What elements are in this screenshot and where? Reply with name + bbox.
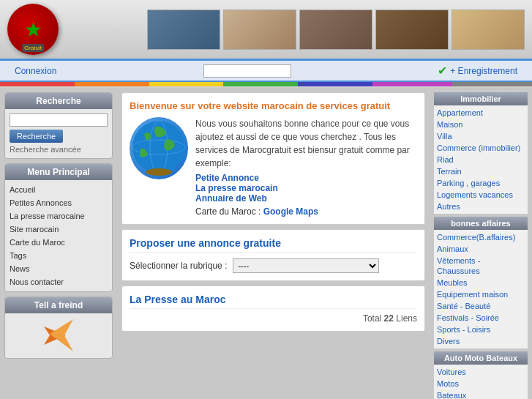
bonnes-affaires-link[interactable]: Divers (437, 337, 460, 346)
total-unit: Liens (396, 313, 417, 324)
immobilier-link[interactable]: Commerce (immobilier) (437, 143, 520, 152)
bonnes-affaires-link[interactable]: Commerce(B.affaires) (437, 233, 515, 242)
tell-friend-box: Tell a freind (4, 297, 113, 359)
menu-link[interactable]: Site marocain (10, 225, 59, 234)
propose-title: Proposer une annonce gratuite (130, 237, 417, 253)
propose-box: Proposer une annonce gratuite Sélectionn… (121, 229, 425, 281)
advanced-search-link[interactable]: Recherche avancée (10, 145, 108, 154)
rubrique-row: Sélectionner la rubrique : ---- (130, 258, 417, 273)
list-item: Santé - Beauté (437, 300, 525, 312)
service-link-2[interactable]: La presse marocain (195, 183, 417, 193)
list-item: Commerce (immobilier) (437, 142, 525, 154)
menu-link[interactable]: Tags (10, 251, 26, 260)
auto-moto-link[interactable]: Motos (437, 379, 459, 388)
logo-star: ★ (24, 18, 42, 42)
menu-link[interactable]: Petites Annonces (10, 198, 72, 207)
banner-img-5 (452, 10, 525, 50)
tell-friend-inner (5, 313, 112, 358)
menu-link[interactable]: La presse marocaine (10, 212, 85, 220)
svg-marker-1 (50, 319, 73, 351)
right-sidebar: Immobilier AppartementMaisonVillaCommerc… (430, 88, 532, 399)
bonnes-affaires-link[interactable]: Sports - Loisirs (437, 325, 490, 334)
bonnes-affaires-link[interactable]: Festivals - Soirée (437, 313, 499, 322)
list-item: Motos (437, 378, 525, 389)
menu-item: Petites Annonces (10, 196, 108, 209)
immobilier-link[interactable]: Appartement (437, 108, 483, 117)
search-button[interactable]: Recherche (10, 130, 63, 143)
menu-title: Menu Principal (5, 164, 112, 180)
list-item: Riad (437, 154, 525, 165)
auto-moto-title: Auto Moto Bateaux (434, 351, 528, 365)
logo-area: ★ Gratuit (7, 4, 59, 55)
menu-item: Nous contacter (10, 275, 108, 288)
bonnes-affaires-link[interactable]: Equipement maison (437, 290, 508, 299)
connexion-link[interactable]: Connexion (15, 66, 56, 76)
header: ★ Gratuit (0, 0, 532, 61)
google-maps-link[interactable]: Google Maps (263, 206, 318, 217)
menu-link[interactable]: Accueil (10, 185, 35, 194)
bonnes-affaires-title: bonnes affaires (434, 217, 528, 230)
bonnes-affaires-link[interactable]: Santé - Beauté (437, 302, 490, 310)
banner-images (147, 10, 525, 50)
auto-moto-link[interactable]: Bateaux (437, 391, 466, 399)
menu-box: Menu Principal AccueilPetites AnnoncesLa… (4, 163, 113, 292)
rubrique-select[interactable]: ---- (233, 258, 379, 273)
bonnes-affaires-link[interactable]: Vêtements - Chaussures (437, 256, 480, 275)
globe-icon (130, 117, 188, 179)
menu-list: AccueilPetites AnnoncesLa presse marocai… (5, 180, 112, 291)
immobilier-link[interactable]: Riad (437, 155, 454, 164)
auto-moto-list: VoituresMotosBateaux (434, 365, 528, 399)
auto-moto-link[interactable]: Voitures (437, 368, 466, 376)
immobilier-link[interactable]: Parking , garages (437, 179, 500, 187)
svg-point-6 (146, 168, 172, 176)
banner-img-1 (147, 10, 220, 50)
menu-item: La presse marocaine (10, 209, 108, 223)
bonnes-affaires-link[interactable]: Meubles (437, 278, 468, 287)
login-input[interactable] (203, 64, 291, 78)
menu-item: News (10, 262, 108, 275)
logo-circle: ★ Gratuit (7, 4, 59, 55)
banner-img-4 (375, 10, 449, 50)
menu-item: Site marocain (10, 223, 108, 236)
immobilier-link[interactable]: Terrain (437, 167, 462, 176)
tell-friend-title: Tell a freind (5, 297, 112, 313)
immobilier-link[interactable]: Logements vacances (437, 190, 513, 199)
presse-total: Total 22 Liens (130, 313, 417, 324)
bonnes-affaires-section: bonnes affaires Commerce(B.affaires)Anim… (434, 217, 528, 348)
search-input[interactable] (10, 113, 108, 127)
service-link-1[interactable]: Petite Annonce (195, 173, 417, 183)
immobilier-list: AppartementMaisonVillaCommerce (immobili… (434, 105, 528, 214)
list-item: Bateaux (437, 389, 525, 399)
enregistrement: ✔ + Enregistrement (438, 64, 517, 78)
menu-link[interactable]: Carte du Maroc (10, 238, 65, 247)
banner-img-3 (299, 10, 372, 50)
menu-link[interactable]: Nous contacter (10, 277, 64, 286)
enregistrement-link[interactable]: + Enregistrement (450, 66, 517, 76)
list-item: Equipement maison (437, 288, 525, 300)
list-item: Appartement (437, 107, 525, 119)
list-item: Festivals - Soirée (437, 312, 525, 324)
service-link-3[interactable]: Annuaire de Web (195, 193, 417, 204)
left-sidebar: Recherche Recherche Recherche avancée Me… (0, 88, 117, 399)
menu-link[interactable]: News (10, 264, 30, 273)
bonnes-affaires-link[interactable]: Animaux (437, 245, 468, 253)
immobilier-link[interactable]: Maison (437, 120, 462, 129)
list-item: Vêtements - Chaussures (437, 255, 525, 277)
search-box: Recherche Recherche Recherche avancée (4, 92, 113, 159)
check-icon: ✔ (438, 64, 447, 78)
presse-title: La Presse au Maroc (130, 294, 417, 309)
welcome-title: Bienvenue sur votre website marocain de … (130, 100, 417, 111)
color-bar (0, 82, 532, 86)
rubrique-label: Sélectionner la rubrique : (130, 261, 227, 271)
map-label: Carte du Maroc : (195, 206, 263, 217)
list-item: Villa (437, 130, 525, 142)
immobilier-link[interactable]: Autres (437, 202, 460, 211)
auto-moto-section: Auto Moto Bateaux VoituresMotosBateaux (434, 351, 528, 399)
map-line: Carte du Maroc : Google Maps (195, 206, 417, 217)
menu-item: Accueil (10, 183, 108, 196)
welcome-box: Bienvenue sur votre website marocain de … (121, 92, 425, 225)
list-item: Commerce(B.affaires) (437, 231, 525, 243)
immobilier-link[interactable]: Villa (437, 132, 452, 141)
list-item: Autres (437, 201, 525, 212)
menu-item: Carte du Maroc (10, 236, 108, 249)
